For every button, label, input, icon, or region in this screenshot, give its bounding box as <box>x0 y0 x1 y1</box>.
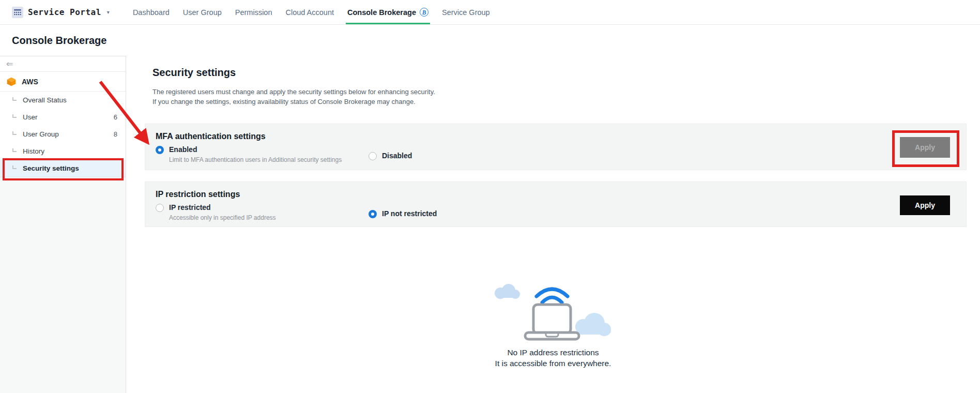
sidebar-item-user-group[interactable]: User Group 8 <box>0 126 126 143</box>
nav-item-permission[interactable]: Permission <box>228 0 279 24</box>
page-header: Console Brokerage <box>0 25 980 56</box>
radio-helper: Limit to MFA authentication users in Add… <box>169 156 342 163</box>
ip-options-row: IP restricted Accessible only in specifi… <box>156 203 956 221</box>
ip-restriction-panel: IP restriction settings IP restricted Ac… <box>145 182 967 227</box>
sidebar-item-overall-status[interactable]: Overall Status <box>0 92 126 109</box>
empty-state-line: It is accessible from everywhere. <box>126 358 980 369</box>
sidebar: ⇐ AWS Overall Status User 6 <box>0 56 126 393</box>
sidebar-item-label: Security settings <box>23 164 79 172</box>
radio-selected-icon[interactable] <box>156 146 164 154</box>
sidebar-item-history[interactable]: History <box>0 143 126 160</box>
radio-label: Disabled <box>382 152 412 160</box>
sidebar-collapse-row: ⇐ <box>0 56 126 72</box>
main-menu: Dashboard User Group Permission Cloud Ac… <box>126 0 497 24</box>
ip-empty-state: No IP address restrictions It is accessi… <box>126 279 980 369</box>
ip-apply-button[interactable]: Apply <box>900 195 950 215</box>
radio-helper: Accessible only in specified IP address <box>169 214 276 221</box>
sidebar-item-label: Overall Status <box>23 96 67 104</box>
section-description: The registered users must change and app… <box>152 87 980 107</box>
empty-state-line: No IP address restrictions <box>126 347 980 358</box>
radio-selected-icon[interactable] <box>369 210 377 218</box>
brand-name: Service Portal <box>28 7 101 17</box>
tree-branch-icon <box>12 97 17 101</box>
sidebar-item-security-settings[interactable]: Security settings <box>0 160 126 177</box>
app-brand[interactable]: Service Portal ▾ <box>12 0 110 24</box>
tree-branch-icon <box>12 131 17 135</box>
sidebar-item-user[interactable]: User 6 <box>0 109 126 126</box>
nav-item-user-group[interactable]: User Group <box>176 0 228 24</box>
sidebar-item-label: User <box>23 113 38 121</box>
nav-item-service-group[interactable]: Service Group <box>435 0 497 24</box>
chevron-down-icon: ▾ <box>107 9 110 15</box>
main-panel: Security settings The registered users m… <box>126 56 980 393</box>
nav-label: Cloud Account <box>286 8 334 17</box>
radio-unselected-icon[interactable] <box>369 152 377 160</box>
mfa-apply-button[interactable]: Apply <box>900 137 950 158</box>
mfa-enabled-text: Enabled Limit to MFA authentication user… <box>169 145 342 163</box>
tree-branch-icon <box>12 165 17 169</box>
sidebar-item-aws[interactable]: AWS <box>0 72 126 92</box>
radio-label: IP restricted <box>169 203 276 212</box>
ip-restricted-text: IP restricted Accessible only in specifi… <box>169 203 276 221</box>
tree-branch-icon <box>12 114 17 118</box>
ip-restricted-option[interactable]: IP restricted Accessible only in specifi… <box>156 203 369 221</box>
provider-label: AWS <box>22 78 38 86</box>
description-line: The registered users must change and app… <box>152 87 980 97</box>
content-area: ⇐ AWS Overall Status User 6 <box>0 56 980 393</box>
nav-item-console-brokerage[interactable]: Console Brokerage B <box>341 0 435 24</box>
description-line: If you change the settings, existing ava… <box>152 97 980 107</box>
empty-state-text: No IP address restrictions It is accessi… <box>126 347 980 369</box>
mfa-settings-panel: MFA authentication settings Enabled Limi… <box>145 124 967 170</box>
mfa-disabled-option[interactable]: Disabled <box>369 152 412 160</box>
sidebar-filler <box>0 177 126 393</box>
sidebar-item-count: 6 <box>114 113 117 121</box>
nav-item-cloud-account[interactable]: Cloud Account <box>279 0 341 24</box>
mfa-options-row: Enabled Limit to MFA authentication user… <box>156 145 956 163</box>
laptop-wifi-clouds-illustration <box>486 279 620 344</box>
mfa-panel-title: MFA authentication settings <box>156 132 956 141</box>
ip-not-restricted-option[interactable]: IP not restricted <box>369 209 437 218</box>
tree-branch-icon <box>12 148 17 152</box>
sidebar-menu: Overall Status User 6 User Group 8 Histo… <box>0 92 126 177</box>
sidebar-item-label: History <box>23 147 44 155</box>
collapse-sidebar-icon[interactable]: ⇐ <box>6 60 13 68</box>
radio-label: IP not restricted <box>382 209 437 218</box>
section-heading: Security settings <box>152 67 980 79</box>
nav-label: Service Group <box>442 8 490 17</box>
page-title: Console Brokerage <box>12 35 106 47</box>
nav-label: Dashboard <box>133 8 170 17</box>
top-navigation-bar: Service Portal ▾ Dashboard User Group Pe… <box>0 0 980 25</box>
radio-label: Enabled <box>169 145 342 154</box>
nav-item-dashboard[interactable]: Dashboard <box>126 0 176 24</box>
radio-unselected-icon[interactable] <box>156 204 164 212</box>
ip-panel-title: IP restriction settings <box>156 190 956 199</box>
sidebar-item-count: 8 <box>114 130 117 138</box>
beta-badge-icon: B <box>420 8 428 17</box>
nav-label: User Group <box>183 8 222 17</box>
aws-cube-icon <box>6 77 17 87</box>
mfa-enabled-option[interactable]: Enabled Limit to MFA authentication user… <box>156 145 369 163</box>
sidebar-item-label: User Group <box>23 130 59 138</box>
nav-label: Console Brokerage <box>347 8 416 17</box>
grid-logo-icon <box>12 7 23 18</box>
nav-label: Permission <box>235 8 272 17</box>
